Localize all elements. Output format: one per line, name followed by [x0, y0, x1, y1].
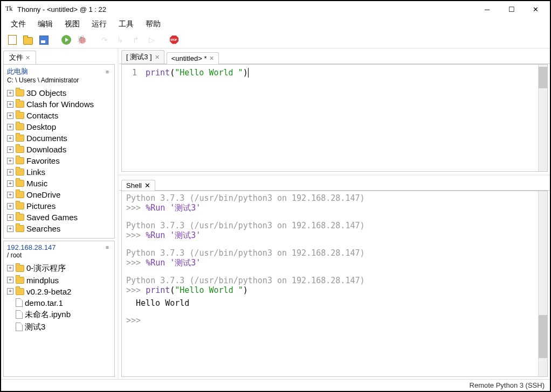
- folder-icon: [16, 225, 24, 232]
- tree-item-label: Links: [26, 167, 45, 177]
- close-icon[interactable]: ✕: [209, 55, 214, 62]
- expand-icon[interactable]: +: [7, 90, 13, 96]
- menu-tools[interactable]: 工具: [113, 18, 139, 31]
- shell[interactable]: Python 3.7.3 (/usr/bin/python3 on 192.16…: [121, 191, 548, 377]
- save-file-button[interactable]: [38, 34, 50, 46]
- shell-tab-label: Shell: [126, 181, 142, 190]
- minimize-button[interactable]: ─: [475, 2, 499, 17]
- folder-icon: [16, 157, 24, 164]
- resume-button: ▷: [146, 34, 157, 46]
- expand-icon[interactable]: +: [7, 192, 13, 198]
- step-over-button: ↷: [99, 34, 111, 46]
- tree-folder[interactable]: +Desktop: [6, 121, 112, 132]
- shell-entry: Python 3.7.3 (/usr/bin/python3 on 192.16…: [126, 221, 543, 241]
- run-button[interactable]: [60, 34, 72, 46]
- debug-button[interactable]: 🐞: [76, 34, 88, 46]
- editor-code[interactable]: print("Hello World "): [142, 65, 538, 171]
- tree-folder[interactable]: +Saved Games: [6, 212, 112, 223]
- shell-banner: Python 3.7.3 (/usr/bin/python3 on 192.16…: [126, 276, 543, 285]
- window-title: Thonny - <untitled> @ 1 : 22: [17, 5, 475, 13]
- expand-icon[interactable]: +: [7, 226, 13, 232]
- local-title[interactable]: 此电脑: [7, 67, 106, 76]
- tree-item-label: 测试3: [25, 322, 45, 332]
- menu-file[interactable]: 文件: [5, 18, 31, 31]
- folder-icon: [16, 202, 24, 209]
- interpreter-status[interactable]: Remote Python 3 (SSH): [470, 381, 545, 389]
- tree-folder[interactable]: +0-演示程序: [6, 262, 112, 275]
- tree-folder[interactable]: +Downloads: [6, 144, 112, 155]
- step-out-button: ↱: [130, 34, 142, 46]
- close-button[interactable]: ✕: [524, 2, 548, 17]
- folder-icon: [16, 146, 24, 153]
- maximize-button[interactable]: ☐: [499, 2, 524, 17]
- editor[interactable]: 1 print("Hello World "): [121, 64, 548, 172]
- tree-folder[interactable]: +OneDrive: [6, 189, 112, 200]
- menu-run[interactable]: 运行: [86, 18, 112, 31]
- shell-input-line: >>> %Run '测试3': [126, 258, 543, 268]
- expand-icon: [7, 324, 13, 330]
- open-file-button[interactable]: [22, 34, 34, 46]
- expand-icon[interactable]: +: [7, 288, 13, 295]
- shell-tab[interactable]: Shell ✕: [121, 180, 155, 191]
- tree-folder[interactable]: +Music: [6, 178, 112, 189]
- editor-tab-untitled[interactable]: <untitled> * ✕: [167, 52, 219, 64]
- editor-tab-testfile[interactable]: [ 测试3 ] ✕: [121, 50, 164, 64]
- tree-item-label: Music: [26, 179, 47, 188]
- shell-prompt: >>>: [126, 203, 146, 213]
- expand-icon[interactable]: +: [7, 101, 13, 108]
- code-string: "Hello World ": [175, 68, 243, 78]
- folder-icon: [16, 112, 24, 119]
- menu-help[interactable]: 帮助: [140, 18, 166, 31]
- panel-menu-icon[interactable]: ≡: [106, 244, 109, 250]
- tree-item-label: Saved Games: [26, 213, 78, 222]
- expand-icon[interactable]: +: [7, 146, 13, 153]
- tree-folder[interactable]: +Pictures: [6, 200, 112, 212]
- tree-folder[interactable]: +Contacts: [6, 110, 112, 121]
- close-icon[interactable]: ✕: [25, 54, 30, 61]
- expand-icon[interactable]: +: [7, 265, 13, 271]
- expand-icon[interactable]: +: [7, 135, 13, 142]
- expand-icon[interactable]: +: [7, 203, 13, 209]
- remote-path[interactable]: / root: [7, 251, 111, 259]
- tree-folder[interactable]: +mindplus: [6, 275, 112, 286]
- tree-item-label: Searches: [26, 224, 60, 233]
- shell-input-line: >>> print("Hello World "): [126, 285, 543, 295]
- tree-folder[interactable]: +Links: [6, 166, 112, 178]
- expand-icon[interactable]: +: [7, 124, 13, 130]
- expand-icon[interactable]: +: [7, 158, 13, 164]
- remote-title[interactable]: 192.168.28.147: [7, 243, 106, 251]
- expand-icon[interactable]: +: [7, 113, 13, 119]
- shell-scrollbar[interactable]: [538, 191, 547, 376]
- expand-icon[interactable]: +: [7, 169, 13, 176]
- shell-current-prompt[interactable]: >>>: [126, 316, 543, 325]
- menu-view[interactable]: 视图: [59, 18, 85, 31]
- tree-folder[interactable]: +Clash for Windows: [6, 99, 112, 110]
- close-icon[interactable]: ✕: [155, 54, 160, 61]
- tree-folder[interactable]: +Favorites: [6, 155, 112, 166]
- shell-command: %Run '测试3': [146, 203, 201, 213]
- tree-folder[interactable]: +Documents: [6, 132, 112, 144]
- panel-menu-icon[interactable]: ≡: [106, 69, 109, 75]
- tree-file[interactable]: demo.tar.1: [6, 297, 112, 309]
- tree-file[interactable]: 测试3: [6, 321, 112, 333]
- tree-folder[interactable]: +3D Objects: [6, 87, 112, 99]
- tree-folder[interactable]: +Searches: [6, 223, 112, 234]
- editor-scrollbar[interactable]: [538, 65, 547, 171]
- expand-icon[interactable]: +: [7, 180, 13, 187]
- shell-input-line: >>> %Run '测试3': [126, 203, 543, 213]
- local-path[interactable]: C: \ Users \ Administrator: [7, 76, 111, 84]
- close-icon[interactable]: ✕: [144, 181, 150, 190]
- expand-icon[interactable]: +: [7, 214, 13, 221]
- shell-banner: Python 3.7.3 (/usr/bin/python3 on 192.16…: [126, 193, 543, 203]
- tree-file[interactable]: 未命名.ipynb: [6, 309, 112, 321]
- files-panel-tab[interactable]: 文件 ✕: [3, 51, 36, 64]
- new-file-button[interactable]: [6, 34, 18, 46]
- folder-icon: [16, 288, 24, 295]
- menu-edit[interactable]: 编辑: [32, 18, 58, 31]
- shell-command: %Run '测试3': [146, 258, 201, 268]
- expand-icon[interactable]: +: [7, 277, 13, 283]
- tree-item-label: Downloads: [26, 145, 66, 154]
- shell-input-line: >>> %Run '测试3': [126, 230, 543, 241]
- stop-button[interactable]: [168, 34, 180, 46]
- tree-folder[interactable]: +v0.2.9-beta2: [6, 286, 112, 297]
